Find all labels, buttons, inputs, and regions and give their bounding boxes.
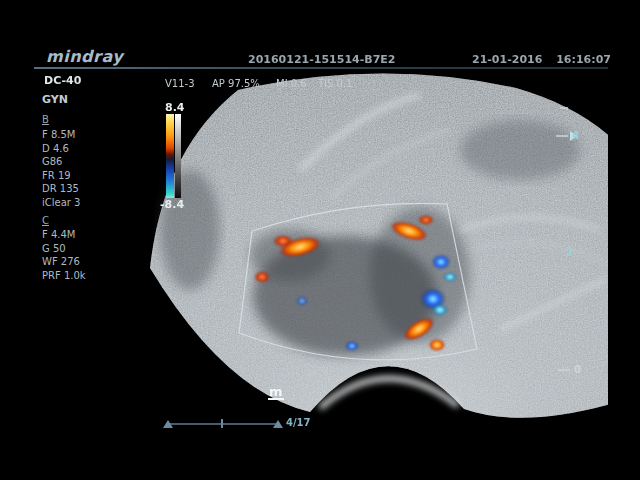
c-param-prf: PRF 1.0k xyxy=(42,270,86,281)
probe-orientation-marker: m xyxy=(268,385,284,400)
ultrasound-image xyxy=(0,0,640,480)
exam-preset: GYN xyxy=(42,93,68,106)
depth-label-4: 4 xyxy=(572,130,579,141)
b-param-framerate: FR 19 xyxy=(42,170,71,181)
grayscale-bar xyxy=(175,114,181,198)
mechanical-index: MI 0.6 xyxy=(276,78,307,89)
acoustic-power: AP 97.5% xyxy=(212,78,260,89)
c-param-wallfilter: WF 276 xyxy=(42,256,80,267)
c-param-frequency: F 4.4M xyxy=(42,229,75,240)
system-model: DC-40 xyxy=(44,74,81,87)
exam-id: 20160121-151514-B7E2 xyxy=(248,53,396,66)
b-mode-section-label: B xyxy=(42,114,49,125)
doppler-color-bar xyxy=(166,114,174,198)
color-scale-min: -8.4 xyxy=(160,198,184,211)
topbar-divider xyxy=(34,67,608,69)
b-param-iclear: iClear 3 xyxy=(42,197,80,208)
depth-label-0: 0 xyxy=(574,364,581,375)
thermal-index: TIS 0.1 xyxy=(318,78,353,89)
b-param-dynamicrange: DR 135 xyxy=(42,183,79,194)
cine-progress-bar[interactable] xyxy=(163,419,283,428)
depth-label-2: 2 xyxy=(566,247,573,258)
probe-name: V11-3 xyxy=(165,78,195,89)
datetime: 21-01-2016 16:16:07 xyxy=(472,53,611,66)
color-mode-section-label: C xyxy=(42,215,49,226)
ultrasound-screen: mindray 20160121-151514-B7E2 21-01-2016 … xyxy=(0,0,640,480)
b-param-depth: D 4.6 xyxy=(42,143,69,154)
b-param-frequency: F 8.5M xyxy=(42,129,75,140)
mindray-logo: mindray xyxy=(46,47,123,66)
color-scale-max: 8.4 xyxy=(165,101,185,114)
b-param-gain: G86 xyxy=(42,156,62,167)
date-label: 21-01-2016 xyxy=(472,53,542,66)
c-param-gain: G 50 xyxy=(42,243,66,254)
cine-frame-counter: 4/17 xyxy=(286,417,311,428)
time-label: 16:16:07 xyxy=(556,53,611,66)
